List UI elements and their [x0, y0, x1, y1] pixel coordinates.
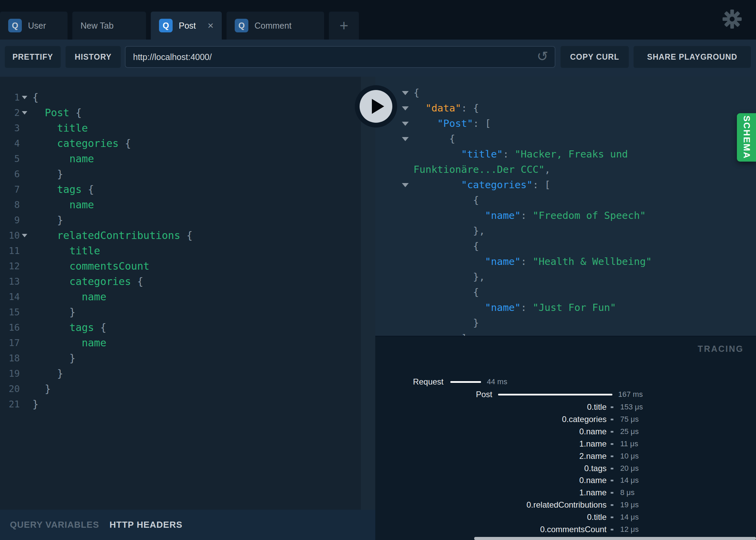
tab-comment[interactable]: QComment	[227, 12, 324, 40]
query-type-badge: Q	[159, 19, 173, 32]
fold-arrow-icon[interactable]	[402, 183, 409, 187]
history-button[interactable]: HISTORY	[66, 46, 121, 68]
line-number: 21	[0, 396, 20, 412]
horizontal-scrollbar[interactable]	[474, 537, 756, 540]
tab-label: New Tab	[81, 21, 114, 31]
schema-side-tab[interactable]: SCHEMA	[737, 113, 756, 162]
query-editor[interactable]: 1{2 Post {3 title4 categories {5 name6 }…	[0, 77, 361, 510]
editor-line: 18 }	[0, 350, 361, 366]
code-text: }	[32, 352, 75, 364]
trace-row: 0.commentsCount12 μs	[375, 523, 756, 536]
line-number: 1	[0, 90, 20, 105]
code-text: tags {	[32, 183, 94, 195]
fold-arrow-icon[interactable]	[402, 137, 409, 141]
tracing-panel: TRACING Request44 msPost167 ms0.title153…	[375, 336, 756, 540]
code-text: Post {	[32, 107, 82, 119]
editor-line: 3 title	[0, 120, 361, 136]
response-line: }	[413, 315, 721, 331]
response-line: },	[413, 223, 721, 239]
line-number: 9	[0, 212, 20, 228]
editor-line: 14 name	[0, 289, 361, 304]
share-playground-button[interactable]: SHARE PLAYGROUND	[634, 46, 751, 68]
fold-arrow-icon[interactable]	[402, 122, 409, 126]
trace-span-label: 1.name	[579, 438, 607, 450]
settings-gear-icon[interactable]	[723, 10, 742, 29]
response-line: {	[413, 85, 721, 101]
copy-curl-button[interactable]: COPY CURL	[561, 46, 629, 68]
editor-footer: QUERY VARIABLES HTTP HEADERS	[0, 510, 375, 540]
line-number: 8	[0, 197, 20, 212]
response-line: "data": {	[413, 101, 721, 116]
editor-line: 5 name	[0, 151, 361, 166]
line-number: 11	[0, 243, 20, 258]
editor-line: 15 }	[0, 304, 361, 320]
line-number: 10	[0, 228, 20, 243]
trace-row: Request44 ms	[375, 376, 756, 388]
editor-line: 7 tags {	[0, 182, 361, 197]
editor-line: 8 name	[0, 197, 361, 212]
trace-span-label: 0.name	[579, 474, 607, 486]
line-number: 12	[0, 258, 20, 274]
trace-row: 0.categories75 μs	[375, 413, 756, 425]
query-type-badge: Q	[8, 19, 22, 32]
add-tab-button[interactable]: +	[329, 12, 359, 40]
response-line: ]	[413, 331, 721, 336]
separator-dot	[611, 431, 613, 433]
trace-row: 0.tags20 μs	[375, 462, 756, 475]
pane-divider[interactable]	[361, 77, 375, 510]
trace-duration-bar	[450, 381, 481, 383]
line-number: 16	[0, 320, 20, 335]
code-text: categories {	[32, 275, 143, 287]
execute-query-button[interactable]	[355, 85, 397, 127]
trace-span-duration: 20 μs	[620, 462, 639, 475]
close-tab-icon[interactable]: ×	[207, 20, 214, 31]
editor-line: 21}	[0, 396, 361, 412]
reload-schema-icon[interactable]: ↺	[533, 46, 552, 68]
separator-dot	[611, 443, 613, 445]
response-line: {	[413, 131, 721, 147]
code-text: }	[32, 214, 63, 226]
endpoint-url-input[interactable]	[125, 46, 555, 68]
code-text: }	[32, 368, 63, 379]
tab-http-headers[interactable]: HTTP HEADERS	[110, 510, 183, 540]
editor-line: 20 }	[0, 381, 361, 396]
query-editor-code: 1{2 Post {3 title4 categories {5 name6 }…	[0, 90, 361, 412]
code-text: }	[32, 168, 63, 180]
trace-span-duration: 25 μs	[620, 425, 639, 438]
code-text: }	[32, 398, 39, 410]
trace-row: 0.title14 μs	[375, 511, 756, 523]
trace-span-duration: 14 μs	[620, 474, 639, 486]
prettify-button[interactable]: PRETTIFY	[5, 46, 61, 68]
editor-line: 19 }	[0, 366, 361, 381]
tab-query-variables[interactable]: QUERY VARIABLES	[10, 510, 99, 540]
trace-row: 2.name10 μs	[375, 450, 756, 462]
trace-row: Post167 ms	[375, 388, 756, 401]
trace-span-label: 0.title	[587, 401, 607, 413]
response-line: "name": "Freedom of Speech"	[413, 208, 721, 223]
line-number: 13	[0, 274, 20, 289]
trace-span-label: 0.categories	[562, 413, 607, 425]
trace-row: 0.title153 μs	[375, 401, 756, 413]
trace-span-duration: 153 μs	[620, 401, 643, 413]
tab-user[interactable]: QUser	[0, 12, 68, 40]
fold-arrow-icon[interactable]	[402, 106, 409, 110]
editor-line: 17 name	[0, 335, 361, 350]
line-number: 19	[0, 366, 20, 381]
editor-line: 6 }	[0, 166, 361, 182]
trace-row: 1.name11 μs	[375, 438, 756, 450]
fold-arrow-icon[interactable]	[22, 96, 27, 99]
fold-arrow-icon[interactable]	[22, 234, 27, 237]
separator-dot	[611, 468, 613, 469]
code-text: name	[32, 199, 94, 211]
editor-line: 11 title	[0, 243, 361, 258]
fold-arrow-icon[interactable]	[22, 111, 27, 115]
tab-new-tab[interactable]: New Tab	[72, 12, 146, 40]
tab-post[interactable]: QPost×	[151, 12, 222, 40]
tab-strip: QUserNew TabQPost×QComment+	[0, 12, 359, 40]
trace-span-duration: 12 μs	[620, 523, 639, 536]
editor-line: 9 }	[0, 212, 361, 228]
code-text: }	[32, 383, 51, 395]
trace-span-duration: 75 μs	[620, 413, 639, 425]
fold-arrow-icon[interactable]	[402, 91, 409, 95]
line-number: 17	[0, 335, 20, 350]
